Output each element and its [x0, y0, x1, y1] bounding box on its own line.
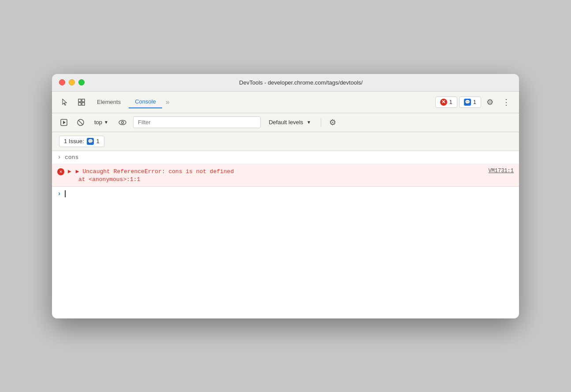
prompt-arrow-icon: › [57, 190, 61, 198]
log-levels-button[interactable]: Default levels ▼ [264, 117, 315, 128]
tab-elements[interactable]: Elements [91, 96, 127, 108]
play-icon [60, 118, 68, 126]
error-location-link[interactable]: VM1731:1 [488, 168, 514, 174]
default-levels-label: Default levels [269, 119, 303, 126]
context-selector[interactable]: top ▼ [91, 117, 112, 127]
svg-rect-2 [78, 103, 81, 105]
svg-rect-0 [78, 99, 81, 102]
maximize-button[interactable] [78, 79, 85, 85]
settings-button[interactable]: ⚙ [483, 95, 497, 109]
clear-button[interactable] [74, 117, 87, 128]
svg-point-8 [119, 120, 126, 125]
svg-line-7 [78, 120, 83, 125]
error-row: ✕ ▶ ▶ Uncaught ReferenceError: cons is n… [52, 164, 519, 187]
more-options-button[interactable]: ⋮ [499, 95, 514, 109]
chat-count: 1 [473, 99, 476, 105]
issue-bar: 1 Issue: 💬 1 [52, 132, 519, 151]
traffic-lights [59, 79, 85, 85]
chevron-down-icon: ▼ [104, 120, 108, 125]
clear-icon [77, 118, 85, 126]
more-icon: ⋮ [502, 97, 510, 107]
console-content: › cons ✕ ▶ ▶ Uncaught ReferenceError: co… [52, 151, 519, 318]
issue-badge-button[interactable]: 1 Issue: 💬 1 [59, 136, 104, 147]
execute-button[interactable] [57, 117, 70, 128]
svg-point-9 [121, 121, 123, 123]
expand-error-button[interactable]: ▶ [68, 168, 71, 175]
cursor [65, 190, 66, 197]
toolbar-divider [321, 118, 321, 127]
input-text: cons [65, 154, 78, 161]
svg-rect-1 [82, 99, 85, 102]
title-bar: DevTools - developer.chrome.com/tags/dev… [52, 74, 519, 92]
gear-icon-console: ⚙ [329, 118, 336, 127]
context-label: top [94, 119, 102, 126]
eye-icon [118, 118, 127, 126]
console-settings-button[interactable]: ⚙ [326, 116, 339, 129]
inspect-tool-button[interactable] [74, 96, 89, 108]
error-first-line: ✕ ▶ ▶ Uncaught ReferenceError: cons is n… [57, 168, 514, 175]
more-tabs-button[interactable]: » [164, 98, 171, 106]
chat-badge-button[interactable]: 💬 1 [459, 96, 481, 108]
error-count: 1 [449, 99, 452, 105]
svg-marker-5 [63, 121, 66, 124]
console-input-line: › cons [52, 151, 519, 164]
issue-prefix: 1 Issue: [64, 138, 84, 144]
error-main-message: ▶ Uncaught ReferenceError: cons is not d… [76, 168, 485, 175]
tab-console[interactable]: Console [129, 96, 162, 108]
console-prompt-line[interactable]: › [52, 187, 519, 201]
error-badge-button[interactable]: ✕ 1 [435, 96, 457, 108]
minimize-button[interactable] [69, 79, 75, 85]
window-title: DevTools - developer.chrome.com/tags/dev… [90, 79, 512, 86]
chevron-down-icon-levels: ▼ [307, 120, 311, 125]
gear-icon: ⚙ [486, 97, 493, 107]
svg-rect-3 [82, 103, 85, 105]
chat-icon: 💬 [464, 99, 471, 106]
cursor-tool-button[interactable] [57, 96, 72, 108]
error-icon: ✕ [440, 99, 447, 106]
eye-button[interactable] [115, 117, 130, 128]
main-toolbar: Elements Console » ✕ 1 💬 1 ⚙ ⋮ [52, 92, 519, 113]
issue-count: 1 [96, 138, 100, 144]
inspect-icon [78, 98, 85, 106]
error-circle-icon: ✕ [57, 168, 64, 175]
error-second-line: at <anonymous>:1:1 [57, 176, 514, 183]
cursor-icon [61, 98, 69, 106]
console-toolbar: top ▼ Default levels ▼ ⚙ [52, 113, 519, 132]
issue-chat-icon: 💬 [87, 138, 94, 145]
devtools-window: DevTools - developer.chrome.com/tags/dev… [52, 74, 519, 318]
input-prompt: › [57, 154, 61, 161]
filter-input[interactable] [133, 116, 261, 128]
close-button[interactable] [59, 79, 65, 85]
